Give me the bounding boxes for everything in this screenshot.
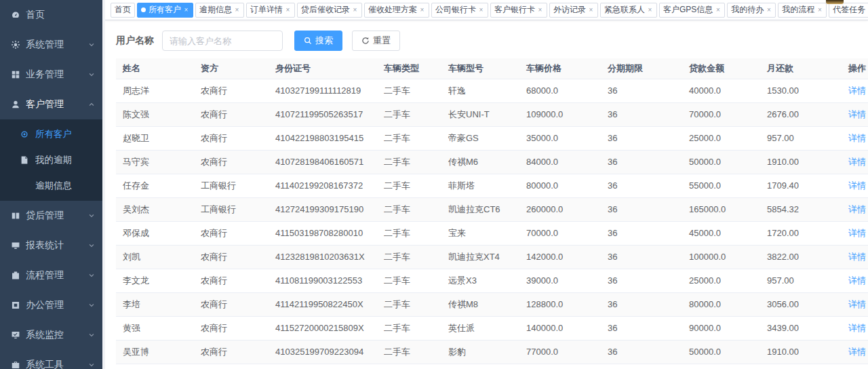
cell-term: 36 <box>601 316 682 340</box>
detail-link[interactable]: 详情 <box>848 347 866 357</box>
close-icon[interactable]: × <box>183 7 189 14</box>
tab-1[interactable]: 所有客户 × <box>137 3 193 18</box>
close-icon[interactable]: × <box>588 7 594 14</box>
cell-model: 影豹 <box>441 340 519 364</box>
cell-funder: 农商行 <box>194 269 269 292</box>
table-row[interactable]: 邓保成 农商行 411503198708280010 二手车 宝来 70000.… <box>116 221 868 245</box>
cell-id-number: 411081199003122553 <box>269 269 377 292</box>
cell-name: 马守宾 <box>116 150 194 174</box>
table-row[interactable]: 刘凯 农商行 41232819810203631X 二手车 凯迪拉克XT4 14… <box>116 245 868 269</box>
book-icon <box>10 210 21 221</box>
cell-term: 36 <box>601 292 682 316</box>
table-row[interactable]: 赵晓卫 农商行 410422198803195415 二手车 帝豪GS 3500… <box>116 126 868 150</box>
monitor-check-icon <box>10 330 21 341</box>
cell-price: 39000.0 <box>519 269 601 292</box>
tab-2[interactable]: 逾期信息 × <box>195 3 244 18</box>
tab-12[interactable]: 我的流程 × <box>778 3 827 18</box>
table-row[interactable]: 吴刘杰 工商银行 412724199309175190 二手车 凯迪拉克CT6 … <box>116 197 868 221</box>
close-icon[interactable]: × <box>647 7 653 14</box>
sidebar-subitem-0[interactable]: 所有客户 <box>0 121 102 147</box>
cell-model: 轩逸 <box>441 364 519 369</box>
detail-link[interactable]: 详情 <box>848 180 866 191</box>
close-icon[interactable]: × <box>816 7 823 14</box>
detail-link[interactable]: 详情 <box>848 109 866 119</box>
search-button[interactable]: 搜索 <box>294 31 342 51</box>
cell-monthly: 5854.32 <box>760 197 842 221</box>
cell-funder: 农商行 <box>194 292 269 316</box>
tabs-bar: 首页 × 所有客户 × 逾期信息 × 订单详情 × 贷后催收记录 × 催收处理方… <box>105 0 868 20</box>
tab-7[interactable]: 客户银行卡 × <box>490 3 547 18</box>
close-icon[interactable]: × <box>285 7 291 14</box>
customer-table: 姓名资方身份证号车辆类型车辆型号车辆价格分期期限贷款金额月还款操作 周志洋 农商… <box>105 52 868 369</box>
detail-link[interactable]: 详情 <box>848 299 866 309</box>
tab-4[interactable]: 贷后催收记录 × <box>297 3 362 18</box>
chevron-down-icon <box>87 242 96 249</box>
detail-link[interactable]: 详情 <box>848 228 866 238</box>
cell-term: 36 <box>601 79 682 102</box>
table-row[interactable]: 马守宾 农商行 410728198406160571 二手车 传祺M6 8400… <box>116 150 868 174</box>
table-row[interactable]: 任存金 工商银行 411402199208167372 二手车 菲斯塔 8000… <box>116 174 868 197</box>
table-row[interactable]: 陈文强 农商行 410721199505263517 二手车 长安UNI-T 1… <box>116 102 868 126</box>
toolbox-icon <box>10 360 21 369</box>
sidebar-item-3[interactable]: 客户管理 <box>0 90 102 119</box>
sidebar-item-4[interactable]: 系统监控 <box>0 320 102 350</box>
tab-3[interactable]: 订单详情 × <box>246 3 295 18</box>
tab-8[interactable]: 外访记录 × <box>549 3 598 18</box>
table-row[interactable]: 贾云飞 工商银行 411402199306154372 二手车 轩逸 65000… <box>116 364 868 369</box>
tab-10[interactable]: 客户GPS信息 × <box>659 3 725 18</box>
close-icon[interactable]: × <box>537 7 543 14</box>
cell-funder: 农商行 <box>194 245 269 269</box>
cell-vehicle-type: 二手车 <box>377 174 441 197</box>
sidebar-item-2[interactable]: 流程管理 <box>0 260 102 290</box>
table-row[interactable]: 李培 农商行 41142119950822450X 二手车 传祺M8 12880… <box>116 292 868 316</box>
cell-id-number: 411503198708280010 <box>269 221 377 245</box>
tab-0[interactable]: 首页 × <box>111 3 135 18</box>
detail-link[interactable]: 详情 <box>848 323 866 333</box>
tab-5[interactable]: 催收处理方案 × <box>364 3 429 18</box>
cell-price: 70000.0 <box>519 221 601 245</box>
reset-button[interactable]: 重置 <box>352 31 400 51</box>
table-row[interactable]: 周志洋 农商行 410327199111112819 二手车 轩逸 68000.… <box>116 79 868 102</box>
sidebar-submenu: 所有客户 我的逾期 逾期信息 <box>0 119 102 201</box>
cell-vehicle-type: 二手车 <box>377 150 441 174</box>
cell-action: 详情 <box>842 126 868 150</box>
chevron-up-icon <box>87 101 96 108</box>
table-row[interactable]: 吴亚博 农商行 410325199709223094 二手车 影豹 77000.… <box>116 340 868 364</box>
tab-9[interactable]: 紧急联系人 × <box>600 3 657 18</box>
cell-id-number: 411402199306154372 <box>269 364 377 369</box>
tab-11[interactable]: 我的待办 × <box>727 3 776 18</box>
tab-6[interactable]: 公司银行卡 × <box>431 3 488 18</box>
detail-link[interactable]: 详情 <box>848 252 866 262</box>
sidebar-subitem-1[interactable]: 我的逾期 <box>0 147 102 173</box>
sidebar-item-1[interactable]: 报表统计 <box>0 231 102 260</box>
table-row[interactable]: 李文龙 农商行 411081199003122553 二手车 远景X3 3900… <box>116 269 868 292</box>
close-icon[interactable]: × <box>478 7 484 14</box>
tab-13[interactable]: 代签任务 × <box>829 3 868 18</box>
close-icon[interactable]: × <box>715 7 721 14</box>
detail-link[interactable]: 详情 <box>848 157 866 167</box>
search-input[interactable] <box>162 31 283 51</box>
sidebar-item-1[interactable]: 系统管理 <box>0 30 102 60</box>
cell-term: 36 <box>601 340 682 364</box>
sidebar-subitem-2[interactable]: 逾期信息 <box>0 173 102 199</box>
sidebar-item-2[interactable]: 业务管理 <box>0 60 102 90</box>
close-icon[interactable]: × <box>352 7 358 14</box>
sidebar-item-0[interactable]: 首页 <box>0 0 102 30</box>
detail-link[interactable]: 详情 <box>848 204 866 214</box>
table-row[interactable]: 黄强 农商行 41152720000215809X 二手车 英仕派 140000… <box>116 316 868 340</box>
avatar[interactable] <box>826 0 844 4</box>
close-icon[interactable]: × <box>419 7 425 14</box>
detail-link[interactable]: 详情 <box>848 85 866 96</box>
cell-funder: 工商银行 <box>194 197 269 221</box>
sidebar-item-0[interactable]: 贷后管理 <box>0 201 102 231</box>
close-icon[interactable]: × <box>766 7 772 14</box>
sidebar-item-3[interactable]: 办公管理 <box>0 290 102 320</box>
detail-link[interactable]: 详情 <box>848 275 866 286</box>
sidebar-item-5[interactable]: 系统工具 <box>0 350 102 369</box>
cell-funder: 农商行 <box>194 126 269 150</box>
close-icon[interactable]: × <box>234 7 240 14</box>
sidebar-scrollbar[interactable] <box>102 0 105 369</box>
cell-name: 任存金 <box>116 174 194 197</box>
cell-id-number: 410721199505263517 <box>269 102 377 126</box>
detail-link[interactable]: 详情 <box>848 133 866 143</box>
